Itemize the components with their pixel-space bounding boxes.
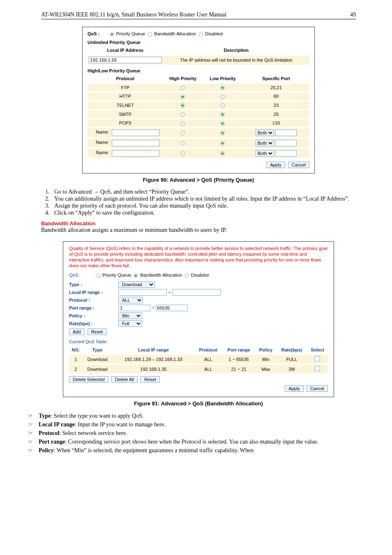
r2-select-checkbox[interactable] (315, 366, 320, 371)
upq-desc: The IP address will not be bounded in th… (163, 56, 309, 65)
apply-button[interactable]: Apply (266, 162, 285, 168)
http-high-radio[interactable] (180, 95, 185, 99)
protocol-label: Protocol : (69, 298, 118, 303)
c1-port-input[interactable] (275, 130, 297, 136)
r1-port: 1 ~ 65535 (222, 355, 255, 363)
qos-mode-row: QoS : Priority Queue Bandwidth Allocatio… (88, 31, 309, 37)
radio-priority-queue[interactable] (110, 32, 114, 37)
proto-smtp: SMTP (88, 110, 163, 118)
ftp-high-radio[interactable] (180, 86, 185, 90)
upq-table: Local IP Address Description The IP addr… (88, 45, 309, 66)
radio-bandwidth-allocation[interactable] (148, 32, 152, 37)
name-input-1[interactable] (112, 130, 159, 136)
name-input-3[interactable] (112, 150, 159, 157)
r2-rate: 2M (276, 365, 307, 373)
upq-ip-cell (88, 56, 163, 65)
header-left: AT-WR2304N IEEE 802.11 b/g/n, Small Busi… (41, 12, 226, 18)
local-ip-input[interactable] (89, 57, 162, 63)
qos-bandwidth-allocation-screenshot: Quality of Service (QoS) refers to the c… (63, 241, 334, 397)
local-ip-range-label: Local IP range : (69, 290, 118, 295)
reset-button[interactable]: Reset (88, 328, 107, 335)
proto-pop3: POP3 (88, 119, 163, 127)
reset2-button[interactable]: Reset (141, 376, 160, 383)
col-no: NO. (69, 346, 83, 354)
mode2-priority-queue: Priority Queue (102, 273, 131, 278)
hlq-col-high: High Priority (163, 74, 203, 83)
c3-port-input[interactable] (275, 150, 297, 157)
smtp-port: 25 (243, 110, 309, 118)
upq-title: Unlimited Priority Queue (88, 40, 309, 45)
step-1: Go to Advanced → QoS, and then select “P… (51, 189, 356, 195)
r1-select-checkbox[interactable] (315, 356, 320, 361)
rate-select[interactable]: Full (118, 320, 142, 327)
r2-type: Download (83, 365, 113, 373)
hlq-table: Protocol High Priority Low Priority Spec… (88, 73, 309, 159)
name-input-2[interactable] (112, 140, 159, 146)
proto-http: HTTP (88, 92, 163, 100)
b-port-range: Port range (39, 439, 65, 445)
apply2-button[interactable]: Apply (285, 385, 304, 392)
field-descriptions: ☞Type: Select the type you want to apply… (41, 412, 356, 454)
radio-disabled[interactable] (198, 32, 203, 37)
b-type: Type (39, 413, 51, 419)
c3-dir-select[interactable]: Both (256, 150, 274, 157)
ip-from-input[interactable] (118, 289, 167, 296)
priority-queue-steps: Go to Advanced → QoS, and then select “P… (51, 189, 356, 216)
bandwidth-allocation-lead: Bandwidth allocation assigns a maximum o… (41, 227, 356, 234)
radio2-disabled[interactable] (184, 273, 189, 278)
mode2-disabled: Disabled (191, 273, 209, 278)
policy-select[interactable]: Min (118, 312, 142, 319)
telnet-high-radio[interactable] (180, 103, 185, 108)
b-local-ip: Local IP range (39, 421, 75, 428)
http-port: 80 (243, 92, 309, 100)
cancel-button[interactable]: Cancel (288, 162, 309, 168)
custom-row-1: Name: (88, 128, 163, 137)
col-type: Type (83, 346, 113, 354)
smtp-low-radio[interactable] (220, 112, 225, 117)
port-from-input[interactable] (118, 305, 150, 311)
c1-high-radio[interactable] (180, 131, 185, 135)
radio2-bandwidth-allocation[interactable] (134, 273, 138, 278)
c2-low-radio[interactable] (220, 141, 225, 146)
pop3-low-radio[interactable] (220, 121, 225, 126)
hand-icon: ☞ (28, 439, 33, 445)
hlq-col-port: Specific Port (243, 74, 309, 83)
ip-to-input[interactable] (172, 289, 221, 296)
c1-dir-select[interactable]: Both (256, 130, 274, 136)
delete-all-button[interactable]: Delete All (111, 376, 138, 383)
c3-low-radio[interactable] (220, 151, 225, 156)
fig2-button-row: Apply Cancel (69, 385, 328, 392)
ftp-low-radio[interactable] (220, 86, 225, 90)
c2-high-radio[interactable] (180, 141, 185, 146)
page-header: AT-WR2304N IEEE 802.11 b/g/n, Small Busi… (41, 12, 356, 19)
mode2-bandwidth-allocation: Bandwidth Allocation (140, 273, 182, 278)
figure-91-caption: Figure 91: Advanced > QoS (Bandwidth All… (41, 400, 356, 407)
r1-proto: ALL (194, 355, 222, 363)
fig1-button-row: Apply Cancel (88, 162, 309, 168)
telnet-low-radio[interactable] (220, 103, 225, 108)
c1-low-radio[interactable] (220, 131, 225, 135)
hand-icon: ☞ (28, 447, 33, 453)
step-2: You can additionally assign an unlimited… (51, 196, 356, 202)
http-low-radio[interactable] (220, 95, 225, 99)
qos-label-2: QoS : (69, 273, 81, 278)
port-range-label: Port range : (69, 305, 118, 310)
radio2-priority-queue[interactable] (96, 273, 100, 278)
c2-dir-select[interactable]: Both (256, 140, 274, 146)
type-select[interactable]: Download (118, 281, 155, 288)
hand-icon: ☞ (28, 430, 33, 436)
qos-priority-queue-screenshot: QoS : Priority Queue Bandwidth Allocatio… (82, 27, 315, 173)
policy-label: Policy : (69, 313, 118, 318)
protocol-select[interactable]: ALL (118, 297, 143, 303)
smtp-high-radio[interactable] (180, 112, 185, 117)
t-policy: : When “Min” is selected, the equipment … (54, 447, 254, 453)
t-type: : Select the type you want to apply QoS. (51, 413, 143, 419)
pop3-high-radio[interactable] (180, 121, 185, 126)
cancel2-button[interactable]: Cancel (307, 385, 328, 392)
c2-port-input[interactable] (275, 140, 297, 146)
add-button[interactable]: Add (69, 328, 85, 335)
name-label-3: Name: (96, 150, 109, 155)
port-to-input[interactable] (156, 305, 188, 311)
c3-high-radio[interactable] (180, 151, 185, 156)
delete-selected-button[interactable]: Delete Selected (69, 376, 108, 383)
